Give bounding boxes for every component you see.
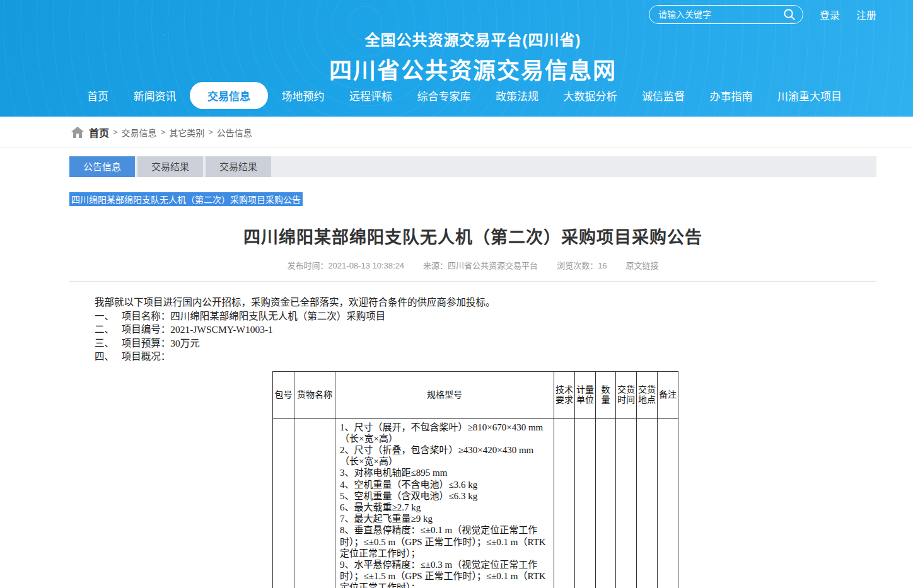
- article-body: 我部就以下项目进行国内公开招标，采购资金已全部落实，欢迎符合条件的供应商参加投标…: [69, 296, 876, 588]
- cell-quantity: [596, 418, 616, 588]
- breadcrumb-home[interactable]: 首页: [89, 125, 109, 140]
- source: 来源：四川省公共资源交易平台: [423, 259, 538, 271]
- tab-announcement-info[interactable]: 公告信息: [69, 156, 135, 177]
- breadcrumb-trade-info[interactable]: 交易信息: [122, 126, 157, 139]
- nav-item-guide[interactable]: 办事指南: [699, 82, 764, 109]
- nav-item-remote-evaluation[interactable]: 远程评标: [338, 82, 404, 109]
- article-meta: 发布时间：2021-08-13 10:38:24 来源：四川省公共资源交易平台 …: [69, 259, 876, 282]
- site-title: 四川省公共资源交易信息网: [69, 52, 876, 85]
- spec-table-header-row: 包号 货物名称 规格型号 技术要求 计量单位 数量 交货时间 交货地点 备注: [273, 371, 678, 418]
- intro-paragraph: 我部就以下项目进行国内公开招标，采购资金已全部落实，欢迎符合条件的供应商参加投标…: [69, 296, 876, 309]
- tab-trade-result-2[interactable]: 交易结果: [206, 156, 271, 177]
- breadcrumb-separator: >: [113, 127, 118, 137]
- col-header-tech-req: 技术要求: [554, 371, 575, 418]
- nav-item-venue-booking[interactable]: 场地预约: [270, 82, 336, 109]
- breadcrumb-other-category[interactable]: 其它类别: [169, 126, 204, 139]
- publish-time: 发布时间：2021-08-13 10:38:24: [287, 259, 404, 271]
- col-header-delivery-time: 交货时间: [616, 371, 637, 418]
- spec-line: 7、最大起飞重量≥9 kg: [340, 513, 549, 524]
- site-titles: 全国公共资源交易平台(四川省) 四川省公共资源交易信息网: [69, 28, 876, 85]
- tab-trade-result-1[interactable]: 交易结果: [137, 156, 203, 177]
- register-link[interactable]: 注册: [856, 7, 876, 22]
- nav-item-big-data[interactable]: 大数据分析: [552, 82, 629, 109]
- col-header-spec-model: 规格型号: [335, 371, 554, 418]
- cell-unit: [575, 418, 596, 588]
- breadcrumb-separator: >: [208, 127, 213, 137]
- nav-item-integrity[interactable]: 诚信监督: [631, 82, 696, 109]
- spec-line: 9、水平悬停精度：≤±0.3 m（视觉定位正常工作时）；≤±1.5 m（GPS …: [340, 559, 549, 588]
- cell-delivery-place: 指: [637, 418, 658, 588]
- content-container: 公告信息 交易结果 交易结果 四川绵阳某部绵阳支队无人机（第二次）采购项目采购公…: [69, 156, 876, 588]
- cell-spec-model: 1、尺寸（展开，不包含桨叶）≥810×670×430 mm（长×宽×高） 2、尺…: [335, 418, 554, 588]
- project-budget-line: 三、 项目预算：30万元: [69, 337, 876, 350]
- spec-table-data-row: 1、尺寸（展开，不包含桨叶）≥810×670×430 mm（长×宽×高） 2、尺…: [273, 418, 678, 588]
- login-link[interactable]: 登录: [820, 7, 840, 22]
- spec-line: 5、空机重量（含双电池）≤6.3 kg: [340, 490, 549, 502]
- search-input[interactable]: [658, 9, 782, 20]
- project-overview-line: 四、 项目概况：: [69, 350, 876, 364]
- col-header-remark: 备注: [658, 371, 678, 418]
- article-title: 四川绵阳某部绵阳支队无人机（第二次）采购项目采购公告: [69, 224, 876, 248]
- nav-item-trade-info[interactable]: 交易信息: [190, 82, 268, 109]
- spec-table: 包号 货物名称 规格型号 技术要求 计量单位 数量 交货时间 交货地点 备注 1…: [272, 371, 678, 588]
- site-header: 登录 注册 全国公共资源交易平台(四川省) 四川省公共资源交易信息网 首页 新闻…: [0, 0, 913, 117]
- col-header-package-no: 包号: [273, 371, 294, 418]
- spec-line: 8、垂直悬停精度：≤±0.1 m（视觉定位正常工作时）；≤±0.5 m（GPS …: [340, 524, 549, 559]
- site-subtitle: 全国公共资源交易平台(四川省): [69, 28, 876, 50]
- breadcrumb-separator: >: [161, 127, 166, 137]
- home-icon[interactable]: [71, 127, 84, 138]
- main-nav: 首页 新闻资讯 交易信息 场地预约 远程评标 综合专家库 政策法规 大数据分析 …: [76, 82, 853, 109]
- spec-line: 1、尺寸（展开，不包含桨叶）≥810×670×430 mm（长×宽×高）: [340, 422, 549, 444]
- project-number-line: 二、 项目编号：2021-JWSCMY-W1003-1: [69, 323, 876, 337]
- cell-delivery-time: 指: [616, 418, 637, 588]
- col-header-goods-name: 货物名称: [294, 371, 335, 418]
- col-header-quantity: 数量: [596, 371, 616, 418]
- cell-goods-name: [294, 418, 335, 588]
- nav-item-policies[interactable]: 政策法规: [484, 82, 550, 109]
- utility-row: 登录 注册: [649, 5, 876, 24]
- spec-line: 4、空机重量（不含电池）≤3.6 kg: [340, 479, 549, 490]
- cell-remark: [658, 418, 678, 588]
- spec-line: 6、最大载重≥2.7 kg: [340, 502, 549, 513]
- view-count: 浏览次数：16: [557, 259, 607, 271]
- spec-line: 3、对称电机轴距≤895 mm: [340, 467, 549, 478]
- search-box[interactable]: [649, 5, 803, 24]
- original-link[interactable]: 原文链接: [626, 259, 659, 271]
- announcement-link-selected[interactable]: 四川绵阳某部绵阳支队无人机（第二次）采购项目采购公告: [69, 192, 303, 206]
- search-icon[interactable]: [782, 8, 796, 21]
- nav-item-expert-pool[interactable]: 综合专家库: [406, 82, 482, 109]
- cell-tech-req: 图: [554, 418, 575, 588]
- nav-item-news[interactable]: 新闻资讯: [122, 82, 188, 109]
- project-name-line: 一、 项目名称：四川绵阳某部绵阳支队无人机（第二次）采购项目: [69, 309, 876, 323]
- breadcrumb: 首页 > 交易信息 > 其它类别 > 公告信息: [0, 117, 913, 148]
- cell-package-no: [273, 418, 294, 588]
- col-header-unit: 计量单位: [575, 371, 596, 418]
- col-header-delivery-place: 交货地点: [637, 371, 658, 418]
- nav-item-home[interactable]: 首页: [76, 82, 120, 109]
- spec-line: 2、尺寸（折叠，包含桨叶）≥430×420×430 mm（长×宽×高）: [340, 444, 549, 467]
- tab-strip: 公告信息 交易结果 交易结果: [69, 156, 876, 177]
- nav-item-chuanyu-projects[interactable]: 川渝重大项目: [766, 82, 853, 109]
- breadcrumb-announcement[interactable]: 公告信息: [217, 126, 252, 139]
